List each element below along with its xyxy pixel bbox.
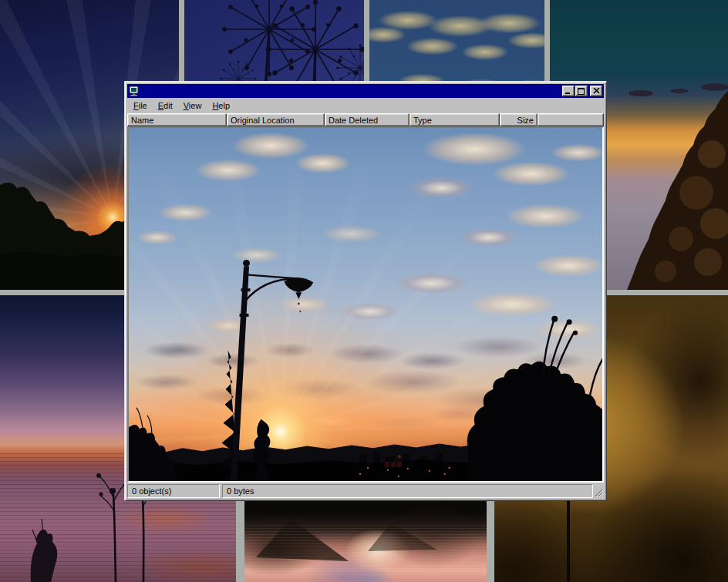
silhouette-layer — [129, 128, 602, 481]
resize-grip-icon — [594, 488, 604, 498]
street-lamp-sunset-photo — [129, 128, 602, 481]
maximize-icon — [578, 88, 585, 95]
close-button[interactable] — [590, 86, 602, 96]
recycle-bin-window: File Edit View Help Name Original Locati… — [124, 81, 607, 501]
status-objects: 0 object(s) — [127, 484, 220, 498]
status-bar: 0 object(s) 0 bytes — [127, 484, 604, 498]
menu-file[interactable]: File — [128, 99, 153, 113]
column-header-date-deleted[interactable]: Date Deleted — [325, 113, 410, 126]
column-header-size[interactable]: Size — [500, 113, 538, 126]
maximize-button[interactable] — [575, 86, 588, 96]
desktop-photo-wall: File Edit View Help Name Original Locati… — [0, 0, 728, 582]
title-bar[interactable] — [127, 84, 604, 98]
minimize-button[interactable] — [562, 86, 575, 96]
column-header-row: Name Original Location Date Deleted Type… — [127, 113, 604, 126]
status-bytes: 0 bytes — [222, 484, 593, 498]
close-icon — [593, 88, 600, 94]
menu-bar: File Edit View Help — [127, 98, 604, 113]
minimize-icon — [565, 88, 572, 95]
menu-view[interactable]: View — [178, 99, 207, 113]
resize-grip[interactable] — [593, 484, 604, 498]
file-list-viewport[interactable] — [127, 126, 604, 483]
column-header-name[interactable]: Name — [127, 113, 227, 126]
column-header-type[interactable]: Type — [410, 113, 500, 126]
column-header-blank[interactable] — [538, 113, 604, 126]
menu-edit[interactable]: Edit — [153, 99, 178, 113]
column-header-original-location[interactable]: Original Location — [227, 113, 325, 126]
blurred-pole-silhouette — [567, 497, 570, 582]
menu-help[interactable]: Help — [207, 99, 235, 113]
computer-icon[interactable] — [129, 86, 140, 96]
